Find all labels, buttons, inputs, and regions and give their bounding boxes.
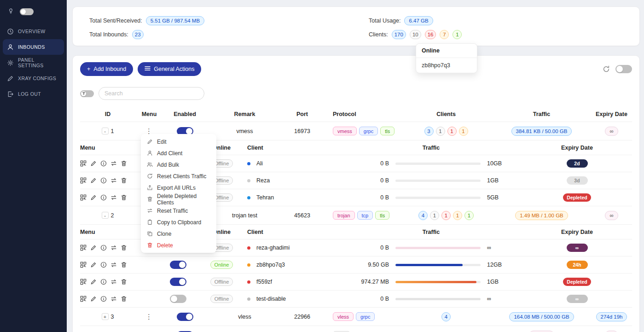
info-icon[interactable] (100, 194, 107, 201)
client-traffic-cell: 0 B 5GB (340, 194, 522, 201)
traffic-used: 9.50 GB (356, 262, 389, 268)
protocol-badge: tls (375, 211, 389, 220)
filter-toggle[interactable] (80, 90, 94, 97)
delete-icon[interactable] (121, 279, 127, 285)
client-enabled-toggle[interactable] (170, 295, 186, 303)
sidebar-item-xray-configs[interactable]: XRAY CONFIGS (0, 70, 67, 86)
id-cell: - 1 (80, 128, 135, 134)
edit-icon[interactable] (90, 160, 97, 167)
qr-code-icon[interactable] (80, 194, 87, 201)
reset-traffic-icon[interactable] (110, 296, 117, 302)
client-row: Offline test-disable 0 B ∞ ∞ (80, 291, 632, 308)
client-status-dot (247, 246, 250, 250)
menu-item-reset-clients-traffic[interactable]: Reset Clients Traffic (143, 170, 215, 182)
qr-code-icon[interactable] (80, 160, 87, 167)
menu-item-edit[interactable]: Edit (143, 136, 215, 147)
protocol-badge: vless (333, 312, 354, 321)
client-name: reza-ghadimi (256, 245, 290, 251)
delete-icon[interactable] (121, 262, 127, 268)
sidebar-item-label: LOG OUT (18, 91, 41, 97)
client-enabled-toggle[interactable] (170, 278, 186, 286)
info-icon[interactable] (100, 262, 107, 268)
client-traffic-cell: 0 B ∞ (340, 296, 522, 302)
edit-icon[interactable] (90, 194, 97, 201)
traffic-quota: 1GB (487, 279, 506, 285)
menu-item-reset-traffic[interactable]: Reset Traffic (143, 205, 215, 216)
qr-code-icon[interactable] (80, 177, 87, 184)
qr-code-icon[interactable] (80, 245, 87, 251)
client-expiry-cell: Depleted (522, 278, 632, 286)
protocol-cell: vless grpc (322, 312, 400, 321)
id-cell: - 2 (80, 212, 135, 219)
client-enabled-toggle[interactable] (170, 261, 186, 269)
traffic-quota: 1GB (487, 177, 506, 184)
reset-traffic-icon[interactable] (110, 160, 117, 167)
delete-icon[interactable] (121, 245, 127, 251)
delete-icon[interactable] (121, 177, 127, 184)
enabled-toggle[interactable] (177, 313, 193, 321)
client-row: Offline f559zf 974.27 MB 1GB Depleted (80, 274, 632, 291)
menu-item-add-client[interactable]: Add Client (143, 147, 215, 159)
client-name-cell: test-disable (244, 296, 340, 302)
client-name: f559zf (256, 279, 272, 285)
inbound-row: 4 ⋮ httptest 11503 http 0 B / ∞ ∞ (80, 326, 632, 332)
info-icon[interactable] (100, 279, 107, 285)
sidebar-item-inbounds[interactable]: INBOUNDS (3, 39, 64, 55)
qr-code-icon[interactable] (80, 296, 87, 302)
refresh-icon[interactable] (603, 65, 610, 73)
client-name: zb8hpo7q3 (256, 262, 285, 268)
reset-traffic-icon[interactable] (110, 245, 117, 251)
client-count-badge: 4 (441, 312, 451, 321)
collapse-row-button[interactable]: - (102, 212, 109, 219)
header-menu: Menu (135, 111, 163, 117)
bulb-icon (7, 7, 14, 16)
client-header-traffic: Traffic (340, 145, 522, 151)
info-icon[interactable] (100, 177, 107, 184)
info-icon[interactable] (100, 296, 107, 302)
traffic-quota: 5GB (487, 194, 506, 201)
info-icon[interactable] (100, 160, 107, 167)
collapse-row-button[interactable]: - (102, 128, 109, 134)
edit-icon[interactable] (90, 262, 97, 268)
search-input[interactable] (99, 87, 204, 100)
stat-value-badge: 23 (132, 30, 144, 39)
person-add-icon (147, 150, 153, 156)
delete-icon[interactable] (121, 296, 127, 302)
reset-traffic-icon[interactable] (110, 194, 117, 201)
menu-item-clone[interactable]: Clone (143, 228, 215, 239)
menu-item-delete-depleted-clients[interactable]: Delete Depleted Clients (143, 193, 215, 205)
qr-code-icon[interactable] (80, 262, 87, 268)
traffic-bar (395, 281, 481, 283)
client-enabled-cell (156, 261, 200, 269)
clients-online-badge[interactable]: 1 (453, 30, 462, 39)
menu-item-delete[interactable]: Delete (143, 239, 215, 251)
reset-traffic-icon[interactable] (110, 279, 117, 285)
reset-traffic-icon[interactable] (110, 177, 117, 184)
expand-row-button[interactable]: + (102, 313, 109, 320)
row-menu-button[interactable]: ⋮ (143, 313, 156, 321)
traffic-badge: 1.49 MB / 1.00 GB (515, 211, 568, 220)
sidebar-item-log-out[interactable]: LOG OUT (0, 86, 67, 102)
theme-toggle[interactable] (20, 8, 34, 15)
qr-code-icon[interactable] (80, 279, 87, 285)
edit-icon[interactable] (90, 177, 97, 184)
info-icon[interactable] (100, 245, 107, 251)
client-name: Tehran (256, 194, 274, 201)
add-inbound-button[interactable]: + Add Inbound (80, 62, 133, 76)
delete-icon[interactable] (121, 194, 127, 201)
sidebar-item-overview[interactable]: OVERVIEW (0, 23, 67, 39)
auto-refresh-toggle[interactable] (615, 65, 632, 73)
general-actions-button[interactable]: General Actions (138, 62, 201, 76)
sidebar-item-panel-settings[interactable]: PANEL SETTINGS (0, 55, 67, 70)
delete-icon[interactable] (121, 160, 127, 167)
menu-item-add-bulk[interactable]: Add Bulk (143, 159, 215, 170)
edit-icon[interactable] (90, 245, 97, 251)
reset-traffic-icon[interactable] (110, 262, 117, 268)
swap-icon (147, 208, 153, 214)
menu-item-export-all-urls[interactable]: Export All URLs (143, 182, 215, 193)
traffic-bar (395, 197, 481, 199)
edit-icon[interactable] (90, 279, 97, 285)
edit-icon[interactable] (90, 296, 97, 302)
client-count-badge: 1 (447, 127, 457, 136)
menu-item-copy-to-clipboard[interactable]: Copy to Clipboard (143, 216, 215, 228)
